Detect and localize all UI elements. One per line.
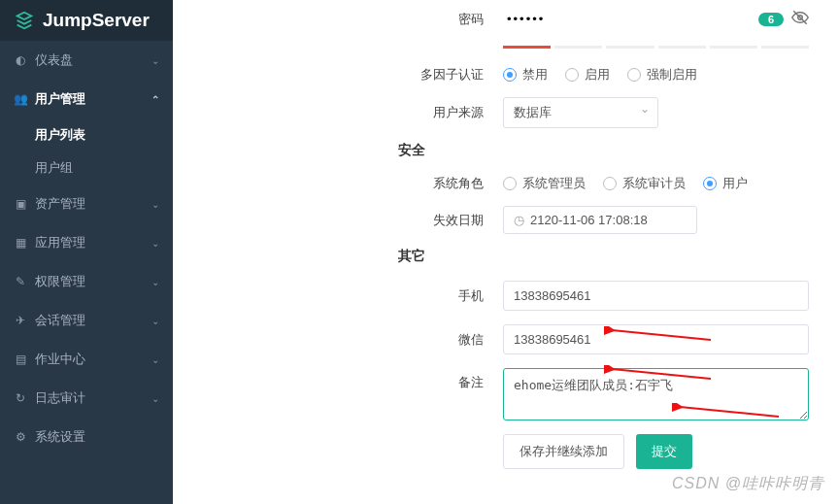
nav-perm-mgmt[interactable]: ✎ 权限管理 ⌄ xyxy=(0,262,173,301)
password-strength-meter xyxy=(503,46,809,49)
nav-session-mgmt[interactable]: ✈ 会话管理 ⌄ xyxy=(0,301,173,340)
sidebar: JumpServer ◐ 仪表盘 ⌄ 👥 用户管理 ⌃ 用户列表 用户组 ▣ 资… xyxy=(0,0,173,504)
subnav-user-list[interactable]: 用户列表 xyxy=(0,118,173,151)
chevron-down-icon: ⌄ xyxy=(151,316,159,326)
source-select[interactable]: 数据库 xyxy=(503,97,658,128)
source-label: 用户来源 xyxy=(173,104,503,121)
layers-icon: ▤ xyxy=(14,353,27,366)
toggle-password-visibility-icon[interactable] xyxy=(791,9,809,29)
role-label: 系统角色 xyxy=(173,175,503,192)
password-input[interactable] xyxy=(503,6,758,32)
clock-icon: ◷ xyxy=(514,213,524,227)
gear-icon: ⚙ xyxy=(14,430,27,444)
nav-label: 资产管理 xyxy=(35,195,85,213)
save-continue-button[interactable]: 保存并继续添加 xyxy=(503,434,624,469)
nav-label: 日志审计 xyxy=(35,389,85,407)
brand-text: JumpServer xyxy=(43,10,150,31)
nav-label: 作业中心 xyxy=(35,351,85,368)
nav-label: 权限管理 xyxy=(35,273,85,290)
chevron-down-icon: ⌄ xyxy=(151,199,159,210)
password-strength-badge: 6 xyxy=(758,13,784,26)
nav: ◐ 仪表盘 ⌄ 👥 用户管理 ⌃ 用户列表 用户组 ▣ 资产管理 ⌄ ▦ 应用管… xyxy=(0,41,173,504)
role-radio-user[interactable]: 用户 xyxy=(703,175,748,192)
mfa-label: 多因子认证 xyxy=(173,66,503,84)
remark-label: 备注 xyxy=(173,368,503,391)
brand-logo: JumpServer xyxy=(0,0,173,41)
subnav-user-group[interactable]: 用户组 xyxy=(0,151,173,185)
chevron-down-icon: ⌄ xyxy=(151,238,159,249)
mfa-radio-enable[interactable]: 启用 xyxy=(565,66,610,84)
gauge-icon: ◐ xyxy=(14,53,27,67)
plane-icon: ✈ xyxy=(14,314,27,327)
chevron-down-icon: ⌄ xyxy=(151,55,159,66)
role-radio-auditor[interactable]: 系统审计员 xyxy=(603,175,686,192)
nav-label: 应用管理 xyxy=(35,234,85,252)
logo-icon xyxy=(14,10,35,31)
role-radio-admin[interactable]: 系统管理员 xyxy=(503,175,586,192)
nav-label: 仪表盘 xyxy=(35,51,73,69)
wechat-input[interactable] xyxy=(503,324,809,354)
nav-label: 用户管理 xyxy=(35,90,85,108)
chevron-down-icon: ⌄ xyxy=(151,393,159,404)
expire-date-input[interactable]: ◷ 2120-11-06 17:08:18 xyxy=(503,206,697,234)
main-content: 密码 6 多因子认证 禁用 启用 强制启用 xyxy=(173,0,838,504)
section-security: 安全 xyxy=(398,142,809,159)
nav-dashboard[interactable]: ◐ 仪表盘 ⌄ xyxy=(0,41,173,80)
watermark: CSDN @哇咔咔明青 xyxy=(672,474,824,494)
chevron-up-icon: ⌃ xyxy=(151,94,159,105)
wechat-label: 微信 xyxy=(173,331,503,349)
password-label: 密码 xyxy=(173,11,503,28)
remark-textarea[interactable] xyxy=(503,368,809,420)
refresh-icon: ↻ xyxy=(14,391,27,405)
nav-app-mgmt[interactable]: ▦ 应用管理 ⌄ xyxy=(0,223,173,262)
submit-button[interactable]: 提交 xyxy=(636,434,692,469)
mfa-radio-disable[interactable]: 禁用 xyxy=(503,66,548,84)
expire-label: 失效日期 xyxy=(173,212,503,229)
link-icon: ▣ xyxy=(14,197,27,211)
section-other: 其它 xyxy=(398,248,809,265)
mfa-radio-force[interactable]: 强制启用 xyxy=(627,66,697,84)
nav-label: 会话管理 xyxy=(35,312,85,329)
nav-asset-mgmt[interactable]: ▣ 资产管理 ⌄ xyxy=(0,185,173,223)
phone-input[interactable] xyxy=(503,281,809,311)
users-icon: 👥 xyxy=(14,92,27,106)
nav-system-settings[interactable]: ⚙ 系统设置 xyxy=(0,418,173,456)
nav-audit-log[interactable]: ↻ 日志审计 ⌄ xyxy=(0,379,173,418)
expire-value: 2120-11-06 17:08:18 xyxy=(530,213,648,227)
edit-icon: ✎ xyxy=(14,275,27,288)
nav-job-center[interactable]: ▤ 作业中心 ⌄ xyxy=(0,340,173,379)
nav-user-mgmt[interactable]: 👥 用户管理 ⌃ xyxy=(0,80,173,118)
phone-label: 手机 xyxy=(173,287,503,305)
chevron-down-icon: ⌄ xyxy=(151,277,159,287)
nav-label: 系统设置 xyxy=(35,428,85,446)
grid-icon: ▦ xyxy=(14,236,27,250)
chevron-down-icon: ⌄ xyxy=(151,354,159,365)
